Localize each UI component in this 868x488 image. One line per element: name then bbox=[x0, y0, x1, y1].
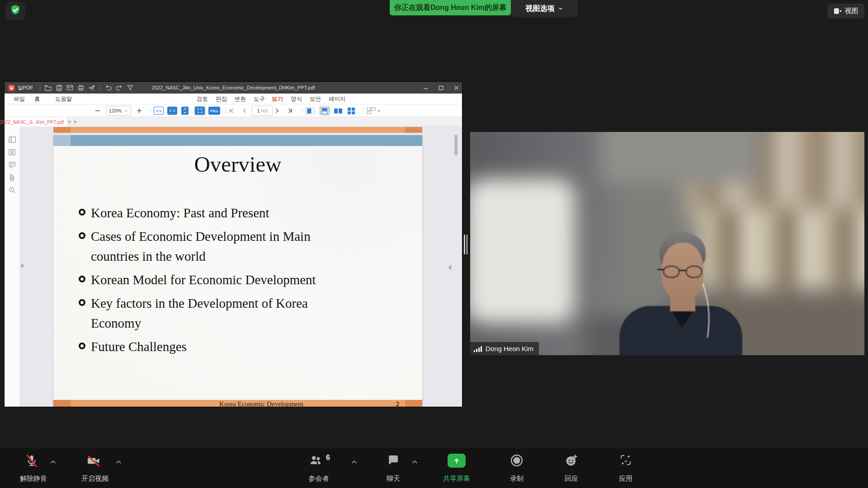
share-send-icon[interactable] bbox=[86, 84, 97, 92]
security-shield-button[interactable] bbox=[5, 2, 25, 20]
zoom-out-button[interactable] bbox=[95, 106, 100, 116]
watching-banner-text: 你正在观看Dong Heon Kim的屏幕 bbox=[394, 3, 506, 13]
save-icon[interactable] bbox=[54, 84, 65, 92]
menu-security[interactable]: 보안 bbox=[310, 95, 321, 103]
panel-resize-handle[interactable] bbox=[464, 235, 469, 254]
slide-footer-text: Korea Economic Development bbox=[219, 400, 303, 407]
fit-height-button[interactable] bbox=[181, 106, 189, 116]
shield-check-icon bbox=[9, 4, 21, 18]
unmute-button[interactable]: 解除静音 bbox=[6, 452, 61, 484]
two-page-view-button[interactable] bbox=[334, 106, 343, 116]
fit-page-button[interactable] bbox=[194, 106, 206, 116]
document-scrollbar[interactable] bbox=[454, 135, 458, 155]
participant-person bbox=[470, 132, 864, 355]
single-page-view-button[interactable] bbox=[306, 106, 315, 116]
actual-size-button[interactable]: 1:1 bbox=[154, 106, 164, 116]
menu-review[interactable]: 검토 bbox=[197, 95, 208, 103]
chat-chevron[interactable] bbox=[411, 458, 418, 466]
undo-icon[interactable] bbox=[103, 84, 114, 92]
view-layout-button[interactable]: 视图 bbox=[827, 4, 864, 19]
divider bbox=[100, 85, 100, 90]
maximize-button[interactable] bbox=[438, 84, 444, 91]
zoom-level-value: 120% bbox=[109, 108, 122, 113]
pdf-document-area[interactable]: Overview Korea Economy: Past and Present… bbox=[20, 127, 462, 407]
share-screen-label: 共享屏幕 bbox=[429, 474, 484, 483]
view-options-button[interactable]: 视图选项 bbox=[511, 0, 578, 17]
pdf-menubar: 파일 홈 도움말 검토 편집 변환 도구 보기 양식 보안 페이지 bbox=[5, 94, 462, 104]
bookmarks-icon[interactable] bbox=[9, 149, 16, 156]
apps-button[interactable]: 应用 bbox=[599, 452, 653, 484]
fit-width-button[interactable] bbox=[167, 106, 177, 116]
menu-help[interactable]: 도움말 bbox=[55, 95, 72, 103]
attachments-icon[interactable] bbox=[9, 174, 16, 181]
mail-icon[interactable] bbox=[65, 84, 75, 92]
participants-chevron[interactable] bbox=[351, 458, 358, 466]
menu-convert[interactable]: 변환 bbox=[235, 95, 246, 103]
pdf-tabbar: 2022_NASC_Ji...Kim_PPT.pdf ✕ + bbox=[5, 117, 462, 127]
participants-count-badge: 6 bbox=[326, 454, 330, 462]
divider bbox=[363, 107, 363, 114]
apps-icon bbox=[619, 454, 632, 468]
slide-page: Overview Korea Economy: Past and Present… bbox=[53, 135, 422, 407]
last-page-button[interactable] bbox=[287, 106, 292, 116]
open-file-icon[interactable] bbox=[43, 84, 54, 92]
chat-button[interactable]: 聊天 bbox=[366, 452, 420, 484]
glasses-left-lens bbox=[663, 266, 679, 278]
menu-home[interactable]: 홈 bbox=[34, 95, 40, 103]
divider bbox=[40, 85, 40, 90]
bullet-item: Key factors in the Development of Korea … bbox=[79, 293, 352, 333]
page-layout-dropdown[interactable] bbox=[367, 106, 381, 116]
menu-view-active[interactable]: 보기 bbox=[272, 95, 283, 103]
filter-customize-icon[interactable] bbox=[125, 84, 136, 92]
previous-slide-footer-band bbox=[53, 127, 422, 133]
thumbnails-panel-icon[interactable] bbox=[9, 136, 16, 144]
participants-button[interactable]: 6 参会者 bbox=[292, 452, 359, 484]
earphone-wire bbox=[694, 281, 721, 340]
pdf-left-rail bbox=[5, 127, 20, 407]
comments-icon[interactable] bbox=[9, 162, 16, 169]
share-screen-button[interactable]: 共享屏幕 bbox=[429, 452, 484, 484]
chat-label: 聊天 bbox=[366, 474, 420, 483]
new-tab-button[interactable]: + bbox=[73, 118, 77, 125]
menu-forms[interactable]: 양식 bbox=[291, 95, 302, 103]
first-page-button[interactable] bbox=[229, 106, 235, 116]
bullet-marker bbox=[79, 232, 85, 239]
zoom-meeting-screen: 你正在观看Dong Heon Kim的屏幕 视图选项 视图 알 알PDF 202… bbox=[0, 0, 868, 488]
unmute-label: 解除静音 bbox=[6, 474, 61, 483]
tab-close-icon[interactable]: ✕ bbox=[67, 119, 72, 125]
video-options-chevron[interactable] bbox=[115, 458, 122, 466]
record-button[interactable]: 录制 bbox=[490, 452, 544, 484]
record-label: 录制 bbox=[490, 474, 544, 483]
zoom-level-select[interactable]: 120% bbox=[106, 106, 131, 116]
minimize-button[interactable] bbox=[422, 84, 429, 91]
next-page-button[interactable] bbox=[275, 106, 279, 116]
slide-title: Overview bbox=[53, 151, 422, 177]
band-cap bbox=[405, 400, 422, 407]
close-button[interactable] bbox=[453, 84, 459, 91]
grid-view-button[interactable] bbox=[347, 106, 355, 116]
document-tab[interactable]: 2022_NASC_Ji...Kim_PPT.pdf ✕ bbox=[5, 117, 68, 127]
menu-edit[interactable]: 편집 bbox=[216, 95, 227, 103]
chevron-down-icon bbox=[558, 6, 563, 11]
zoom-in-button[interactable] bbox=[137, 106, 142, 116]
expand-panel-arrow[interactable] bbox=[21, 263, 24, 268]
collapse-panel-arrow[interactable] bbox=[448, 265, 451, 270]
menu-tools[interactable]: 도구 bbox=[254, 95, 265, 103]
start-video-button[interactable]: 开启视频 bbox=[68, 452, 122, 484]
pdf-toolbar: 120% 1:1 FULL 1 /49 bbox=[5, 104, 462, 117]
search-icon[interactable] bbox=[9, 187, 16, 194]
print-icon[interactable] bbox=[75, 84, 86, 92]
full-screen-button[interactable]: FULL bbox=[208, 106, 220, 116]
audio-options-chevron[interactable] bbox=[50, 458, 57, 466]
page-number-input[interactable]: 1 /49 bbox=[251, 106, 273, 116]
slide-footer-band: Korea Economic Development 2 bbox=[53, 400, 422, 407]
divider bbox=[302, 107, 302, 114]
continuous-view-button[interactable] bbox=[319, 106, 330, 116]
slide-page-number: 2 bbox=[396, 401, 399, 407]
prev-page-button[interactable] bbox=[242, 106, 247, 116]
participant-video-tile[interactable]: Dong Heon Kim bbox=[470, 132, 864, 355]
redo-icon[interactable] bbox=[114, 84, 125, 92]
reactions-button[interactable]: 回应 bbox=[544, 452, 599, 484]
menu-file[interactable]: 파일 bbox=[14, 95, 25, 103]
menu-pages[interactable]: 페이지 bbox=[329, 95, 346, 103]
